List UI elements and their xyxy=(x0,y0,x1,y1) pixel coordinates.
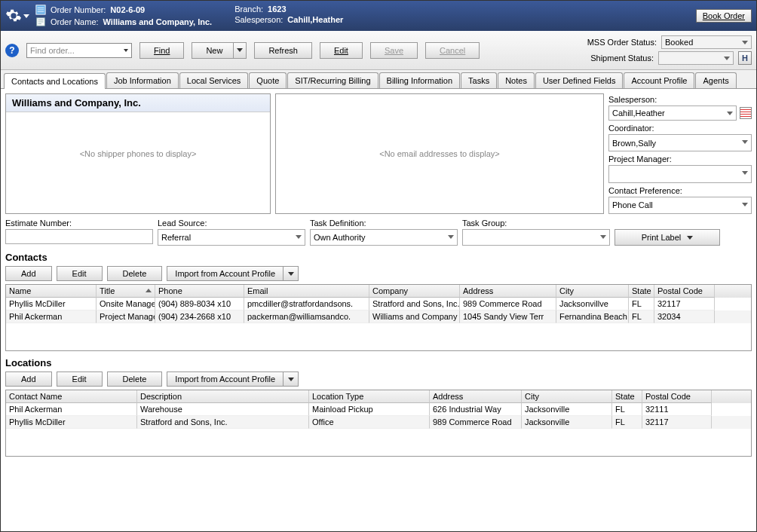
mss-status-value: Booked xyxy=(665,38,693,47)
order-name-icon xyxy=(35,17,46,27)
cell-postal: 32111 xyxy=(642,403,712,416)
col-email[interactable]: Email xyxy=(244,285,369,298)
tab-contacts-locations[interactable]: Contacts and Locations xyxy=(4,73,106,89)
contact-preference-label: Contact Preference: xyxy=(608,186,752,195)
find-button[interactable]: Find xyxy=(139,42,184,59)
gear-icon[interactable] xyxy=(5,8,22,24)
locations-edit-button[interactable]: Edit xyxy=(57,371,103,387)
tab-sit-recurring[interactable]: SIT/Recurring Billing xyxy=(287,72,378,88)
col-state[interactable]: State xyxy=(629,285,654,298)
edit-button[interactable]: Edit xyxy=(320,42,363,59)
locations-add-button[interactable]: Add xyxy=(5,371,52,387)
mss-status-combo[interactable]: Booked xyxy=(661,35,752,49)
lcol-city[interactable]: City xyxy=(522,390,612,403)
cell-address: 626 Industrial Way xyxy=(430,403,522,416)
locations-import-dropdown[interactable] xyxy=(283,371,299,387)
project-manager-combo[interactable] xyxy=(608,165,752,182)
cell-email: packerman@williamsandco. xyxy=(244,310,369,323)
tab-local-services[interactable]: Local Services xyxy=(179,72,249,88)
refresh-button[interactable]: Refresh xyxy=(254,42,312,59)
new-button-dropdown[interactable] xyxy=(233,42,247,59)
col-title[interactable]: Title xyxy=(97,285,155,298)
cell-postal: 32117 xyxy=(654,298,715,310)
cell-city: Fernandina Beach xyxy=(556,310,629,323)
locations-import-main[interactable]: Import from Account Profile xyxy=(167,371,283,387)
tab-billing-information[interactable]: Billing Information xyxy=(379,72,460,88)
tab-agents[interactable]: Agents xyxy=(695,72,736,88)
new-button-main[interactable]: New xyxy=(192,42,233,59)
mss-status-label: MSS Order Status: xyxy=(587,38,657,47)
estimate-number-input[interactable] xyxy=(5,229,153,244)
chevron-down-icon xyxy=(237,48,243,52)
table-row[interactable]: Phil AckermanProject Manager(904) 234-26… xyxy=(6,310,751,323)
contacts-delete-button[interactable]: Delete xyxy=(107,266,163,281)
lead-source-value: Referral xyxy=(161,233,191,242)
shipment-status-combo[interactable] xyxy=(658,51,734,65)
print-label-button[interactable]: Print Label xyxy=(614,229,720,246)
tab-account-profile[interactable]: Account Profile xyxy=(624,72,694,88)
lead-source-combo[interactable]: Referral xyxy=(158,229,305,246)
contacts-edit-button[interactable]: Edit xyxy=(57,266,103,281)
tab-strip: Contacts and Locations Job Information L… xyxy=(1,70,756,89)
chevron-down-icon xyxy=(288,272,294,276)
contact-preference-combo[interactable]: Phone Call xyxy=(608,197,752,214)
cell-name: Phyllis McDiller xyxy=(6,416,137,429)
salesperson-hdr-label: Salesperson: xyxy=(234,15,283,24)
contacts-grid-header: Name Title Phone Email Company Address C… xyxy=(6,285,751,298)
task-definition-combo[interactable]: Own Authority xyxy=(310,229,458,246)
coordinator-value: Brown,Sally xyxy=(612,139,656,148)
help-icon[interactable]: ? xyxy=(5,44,19,57)
shipper-panel: Williams and Company, Inc. <No shipper p… xyxy=(5,93,271,214)
tab-notes[interactable]: Notes xyxy=(498,72,535,88)
cell-city: Jacksonville xyxy=(522,416,612,429)
branch-value: 1623 xyxy=(268,5,286,14)
lcol-postal[interactable]: Postal Code xyxy=(642,390,712,403)
project-manager-label: Project Manager: xyxy=(608,154,752,164)
locations-delete-button[interactable]: Delete xyxy=(107,371,163,387)
salesperson-hdr-value: Cahill,Heather xyxy=(287,15,343,24)
table-row[interactable]: Phyllis McDillerOnsite Manager(904) 889-… xyxy=(6,298,751,310)
gear-dropdown-icon[interactable] xyxy=(23,14,29,18)
tab-quote[interactable]: Quote xyxy=(249,72,287,88)
col-phone[interactable]: Phone xyxy=(155,285,244,298)
contacts-import-main[interactable]: Import from Account Profile xyxy=(167,266,283,281)
col-postal[interactable]: Postal Code xyxy=(654,285,715,298)
lcol-desc[interactable]: Description xyxy=(137,390,309,403)
lcol-address[interactable]: Address xyxy=(430,390,522,403)
col-company[interactable]: Company xyxy=(369,285,460,298)
table-row[interactable]: Phil AckermanWarehouseMainload Pickup626… xyxy=(6,403,751,416)
col-city[interactable]: City xyxy=(556,285,629,298)
tab-tasks[interactable]: Tasks xyxy=(461,72,497,88)
new-button[interactable]: New xyxy=(192,42,247,59)
cell-state: FL xyxy=(629,310,654,323)
col-name[interactable]: Name xyxy=(6,285,97,298)
contacts-add-button[interactable]: Add xyxy=(5,266,52,281)
shipper-phones-placeholder: <No shipper phones to display> xyxy=(6,149,270,158)
branch-label: Branch: xyxy=(234,5,263,14)
tab-user-defined-fields[interactable]: User Defined Fields xyxy=(535,72,624,88)
book-order-button[interactable]: Book Order xyxy=(696,9,752,23)
print-label-text: Print Label xyxy=(642,233,682,242)
contact-preference-value: Phone Call xyxy=(612,200,653,209)
calendar-icon[interactable] xyxy=(740,107,752,119)
find-order-combo[interactable]: Find order... xyxy=(26,43,132,58)
col-address[interactable]: Address xyxy=(460,285,556,298)
task-definition-label: Task Definition: xyxy=(310,219,458,228)
coordinator-combo[interactable]: Brown,Sally xyxy=(608,134,752,151)
locations-grid: Contact Name Description Location Type A… xyxy=(5,390,752,457)
lcol-type[interactable]: Location Type xyxy=(309,390,430,403)
chevron-down-icon xyxy=(124,49,128,52)
cell-type: Office xyxy=(309,416,430,429)
contacts-import-dropdown[interactable] xyxy=(283,266,299,281)
history-button[interactable]: H xyxy=(738,51,752,65)
cell-phone: (904) 889-8034 x10 xyxy=(155,298,244,310)
lcol-state[interactable]: State xyxy=(612,390,642,403)
locations-import-button[interactable]: Import from Account Profile xyxy=(167,371,299,387)
order-name-value: Williams and Company, Inc. xyxy=(103,17,213,26)
table-row[interactable]: Phyllis McDillerStratford and Sons, Inc.… xyxy=(6,416,751,429)
contacts-import-button[interactable]: Import from Account Profile xyxy=(167,266,299,281)
tab-job-information[interactable]: Job Information xyxy=(106,72,179,88)
lcol-name[interactable]: Contact Name xyxy=(6,390,137,403)
task-group-combo[interactable] xyxy=(462,229,610,246)
salesperson-combo[interactable]: Cahill,Heather xyxy=(608,105,737,121)
